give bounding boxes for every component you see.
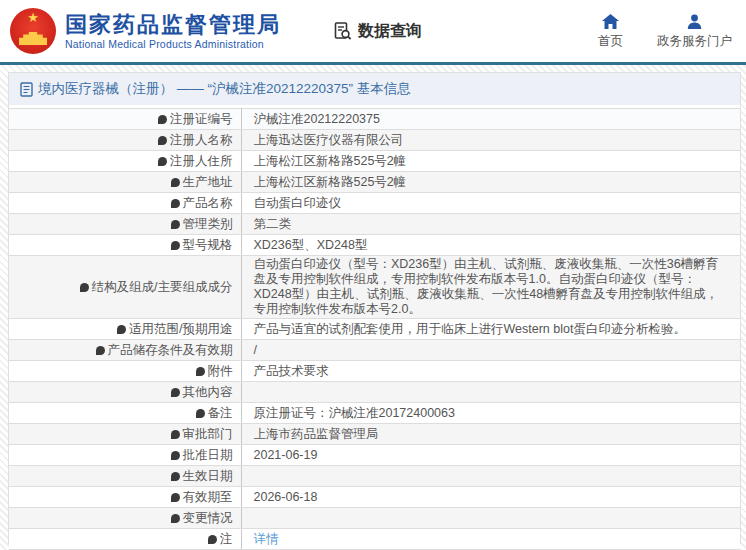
field-value: 产品技术要求 [241, 361, 740, 382]
note-icon [171, 220, 180, 229]
table-row: 注册人名称 上海迅达医疗仪器有限公司 [9, 130, 740, 151]
agency-title-block: 国家药品监督管理局 National Medical Products Admi… [65, 12, 281, 50]
note-icon [171, 514, 180, 523]
field-label: 注册人名称 [9, 130, 241, 151]
nav-home-label: 首页 [598, 33, 623, 50]
table-row: 型号规格 XD236型、XD248型 [9, 235, 740, 256]
field-label: 注册证编号 [9, 109, 241, 130]
home-icon [602, 13, 619, 29]
field-value: 自动蛋白印迹仪（型号：XD236型）由主机、试剂瓶、废液收集瓶、一次性36槽孵育… [241, 256, 740, 319]
info-table: 注册证编号 沪械注准20212220375 注册人名称 上海迅达医疗仪器有限公司… [9, 108, 740, 550]
field-label: 有效期至 [9, 487, 241, 508]
note-icon [196, 409, 205, 418]
table-row: 生效日期 [9, 466, 740, 487]
field-label: 注 [9, 529, 241, 550]
data-query-label: 数据查询 [358, 21, 422, 42]
field-value [241, 508, 740, 529]
document-icon [20, 82, 33, 97]
note-icon [196, 367, 205, 376]
table-row: 注册证编号 沪械注准20212220375 [9, 109, 740, 130]
agency-name-en: National Medical Products Administration [65, 38, 281, 50]
document-search-icon [333, 21, 353, 41]
table-row: 审批部门 上海市药品监督管理局 [9, 424, 740, 445]
field-label: 备注 [9, 403, 241, 424]
note-icon [158, 115, 167, 124]
field-value: 上海松江区新格路525号2幢 [241, 172, 740, 193]
page-background: 境内医疗器械（注册） —— “沪械注准20212220375” 基本信息 注册证… [0, 65, 746, 550]
nav-gov-portal-label: 政务服务门户 [657, 33, 732, 50]
note-icon [171, 472, 180, 481]
info-table-body: 注册证编号 沪械注准20212220375 注册人名称 上海迅达医疗仪器有限公司… [9, 109, 740, 550]
field-value [241, 466, 740, 487]
field-value [241, 382, 740, 403]
field-value: 上海松江区新格路525号2幢 [241, 151, 740, 172]
field-label: 产品储存条件及有效期 [9, 340, 241, 361]
field-label: 适用范围/预期用途 [9, 319, 241, 340]
note-icon [117, 325, 126, 334]
note-icon [171, 241, 180, 250]
nav-home[interactable]: 首页 [598, 13, 623, 50]
note-icon [171, 388, 180, 397]
note-icon [171, 493, 180, 502]
table-row: 附件 产品技术要求 [9, 361, 740, 382]
field-label: 型号规格 [9, 235, 241, 256]
table-row: 有效期至 2026-06-18 [9, 487, 740, 508]
note-icon [171, 451, 180, 460]
note-icon [80, 283, 89, 292]
note-icon [208, 535, 217, 544]
table-row: 备注 原注册证号：沪械注准20172400063 [9, 403, 740, 424]
field-label: 产品名称 [9, 193, 241, 214]
table-row: 批准日期 2021-06-19 [9, 445, 740, 466]
field-label: 附件 [9, 361, 241, 382]
field-value: / [241, 340, 740, 361]
table-row: 注册人住所 上海松江区新格路525号2幢 [9, 151, 740, 172]
field-label: 管理类别 [9, 214, 241, 235]
table-row: 产品名称 自动蛋白印迹仪 [9, 193, 740, 214]
table-row: 结构及组成/主要组成成分 自动蛋白印迹仪（型号：XD236型）由主机、试剂瓶、废… [9, 256, 740, 319]
note-icon [171, 178, 180, 187]
note-icon [158, 157, 167, 166]
national-emblem-logo [10, 8, 56, 54]
field-value: 2026-06-18 [241, 487, 740, 508]
field-value: 详情 [241, 529, 740, 550]
user-icon [687, 13, 702, 29]
site-header: 国家药品监督管理局 National Medical Products Admi… [0, 0, 746, 62]
table-row: 生产地址 上海松江区新格路525号2幢 [9, 172, 740, 193]
field-label: 生产地址 [9, 172, 241, 193]
page-title: 境内医疗器械（注册） —— “沪械注准20212220375” 基本信息 [38, 80, 411, 98]
field-value: 上海市药品监督管理局 [241, 424, 740, 445]
table-row: 其他内容 [9, 382, 740, 403]
field-value: 第二类 [241, 214, 740, 235]
field-value: 沪械注准20212220375 [241, 109, 740, 130]
note-icon [171, 430, 180, 439]
field-value: 自动蛋白印迹仪 [241, 193, 740, 214]
table-row: 管理类别 第二类 [9, 214, 740, 235]
field-label: 注册人住所 [9, 151, 241, 172]
field-value: 原注册证号：沪械注准20172400063 [241, 403, 740, 424]
table-row: 注 详情 [9, 529, 740, 550]
field-label: 审批部门 [9, 424, 241, 445]
table-row: 产品储存条件及有效期 / [9, 340, 740, 361]
content-panel: 境内医疗器械（注册） —— “沪械注准20212220375” 基本信息 注册证… [8, 72, 741, 544]
page-title-bar: 境内医疗器械（注册） —— “沪械注准20212220375” 基本信息 [9, 73, 740, 105]
field-label: 批准日期 [9, 445, 241, 466]
field-value: 上海迅达医疗仪器有限公司 [241, 130, 740, 151]
field-label: 其他内容 [9, 382, 241, 403]
nav-gov-portal[interactable]: 政务服务门户 [657, 13, 732, 50]
field-label: 变更情况 [9, 508, 241, 529]
field-value: XD236型、XD248型 [241, 235, 740, 256]
field-label: 结构及组成/主要组成成分 [9, 256, 241, 319]
table-row: 变更情况 [9, 508, 740, 529]
note-icon [158, 136, 167, 145]
data-query-tab[interactable]: 数据查询 [333, 21, 422, 42]
note-icon [96, 346, 105, 355]
details-link[interactable]: 详情 [254, 532, 279, 546]
field-label: 生效日期 [9, 466, 241, 487]
agency-name-zh: 国家药品监督管理局 [65, 12, 281, 38]
field-value: 2021-06-19 [241, 445, 740, 466]
field-value: 产品与适宜的试剂配套使用，用于临床上进行Western blot蛋白印迹分析检验… [241, 319, 740, 340]
table-row: 适用范围/预期用途 产品与适宜的试剂配套使用，用于临床上进行Western bl… [9, 319, 740, 340]
note-icon [171, 199, 180, 208]
